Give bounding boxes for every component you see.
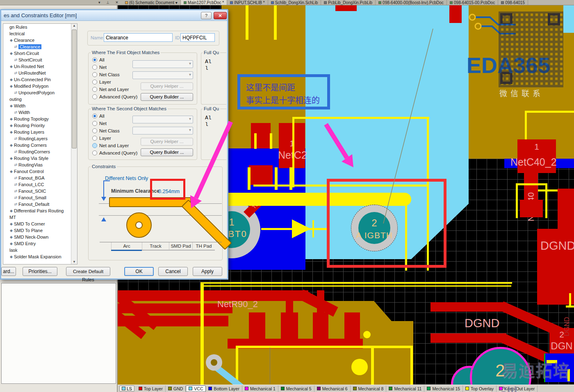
layer-tab-mechanical-5[interactable]: Mechanical 5 <box>278 385 314 392</box>
radio-icon[interactable] <box>92 150 97 155</box>
rule-id-input[interactable] <box>180 33 215 42</box>
tree-item-routinglayers[interactable]: ⇄RoutingLayers <box>3 135 72 142</box>
radio-icon[interactable] <box>92 128 97 133</box>
tree-item-fanout-default[interactable]: ⇄Fanout_Default <box>3 201 72 207</box>
tree-item-routing-via-style[interactable]: ◆Routing Via Style <box>3 155 72 162</box>
vcc-strip-topright[interactable] <box>563 5 574 33</box>
yellow-outline[interactable] <box>516 183 547 185</box>
first-match-dropdown-2[interactable] <box>132 71 193 79</box>
layer-tab-vcc[interactable]: VCC <box>186 385 206 392</box>
red-pad[interactable] <box>520 200 543 217</box>
yellow-outline[interactable] <box>525 111 527 139</box>
yellow-line[interactable] <box>274 5 277 40</box>
document-tab[interactable]: PcbLib_DongXin.PcbLib <box>321 0 376 5</box>
tree-item-gn-rules[interactable]: gn Rules <box>3 24 72 30</box>
red-pad[interactable] <box>249 165 273 185</box>
layer-tab-mechanical-1[interactable]: Mechanical 1 <box>242 385 278 392</box>
tree-item-mt[interactable]: MT <box>3 214 72 221</box>
red-trace[interactable] <box>449 5 462 23</box>
dgnd-trace[interactable] <box>430 333 506 343</box>
layer-tab-mechanical-11[interactable]: Mechanical 11 <box>386 385 424 392</box>
radio-icon[interactable] <box>92 94 97 99</box>
query-builder-button-1[interactable]: Query Builder ... <box>141 93 193 101</box>
rule-name-input[interactable] <box>104 33 173 42</box>
second-match-dropdown-1[interactable] <box>132 116 193 123</box>
tree-item-unroutednet[interactable]: ⇄UnRoutedNet <box>3 70 72 76</box>
query-helper-button-2[interactable]: Query Helper ... <box>141 138 193 146</box>
document-tab[interactable]: 098-64015 <box>498 0 528 5</box>
ok-button[interactable]: OK <box>124 267 154 276</box>
tree-item-un-routed-net[interactable]: ◆Un-Routed Net <box>3 63 72 70</box>
yellow-line[interactable] <box>270 133 272 149</box>
document-tab[interactable]: Main1207.PcbDoc * <box>181 0 227 5</box>
tree-item-smd-neck-down[interactable]: ◆SMD Neck-Down <box>3 234 72 240</box>
dgnd-trace[interactable] <box>430 302 506 312</box>
tree-item-smd-to-corner[interactable]: ◆SMD To Corner <box>3 221 72 227</box>
yellow-arrow-bar[interactable] <box>312 220 314 237</box>
tree-item-unpouredpolygon[interactable]: ⇄UnpouredPolygon <box>3 89 72 96</box>
tree-item-fanout-bga[interactable]: ⇄Fanout_BGA <box>3 175 72 181</box>
layer-tab-top-layer[interactable]: Top Layer <box>136 385 166 392</box>
document-tab[interactable]: Schlib_DongXin.SchLib <box>268 0 321 5</box>
second-match-dropdown-2[interactable] <box>132 127 193 134</box>
radio-icon[interactable] <box>92 121 97 126</box>
tree-item-shortcircuit[interactable]: ⇄ShortCircuit <box>3 57 72 63</box>
cancel-button[interactable]: Cancel <box>158 267 188 276</box>
tree-item-solder-mask-expansion[interactable]: ◆Solder Mask Expansion <box>3 253 72 260</box>
radio-icon[interactable] <box>92 72 97 77</box>
yellow-outline[interactable] <box>292 117 429 119</box>
panel-control-icons[interactable]: ▾ ⊥ ✕ <box>98 0 121 5</box>
tree-item-width[interactable]: ⇄Width <box>3 109 72 116</box>
tree-scrollbar[interactable]: ▲▼ <box>71 24 77 264</box>
dialog-title[interactable]: es and Constraints Editor [mm] <box>1 10 227 21</box>
radio-icon[interactable] <box>92 143 97 148</box>
layer-tab-mechanical-8[interactable]: Mechanical 8 <box>351 385 387 392</box>
layer-tab-gnd[interactable]: GND <box>166 385 186 392</box>
tree-item-fanout-soic[interactable]: ⇄Fanout_SOIC <box>3 188 72 194</box>
radio-icon[interactable] <box>92 114 97 119</box>
layer-tab-bottom-layer[interactable]: Bottom Layer <box>206 385 242 392</box>
yellow-outline[interactable] <box>525 111 574 113</box>
object-tab-smd-pad[interactable]: SMD Pad <box>169 242 192 250</box>
yellow-outline[interactable] <box>569 293 571 306</box>
tree-item-differential-pairs-routing[interactable]: ◆Differential Pairs Routing <box>3 207 72 214</box>
tree-item-lectrical[interactable]: lectrical <box>3 30 72 37</box>
radio-icon[interactable] <box>92 65 97 70</box>
document-tab[interactable]: 098-64000-00(Boost-Inv).PcbDoc <box>376 0 447 5</box>
tree-item-clearance[interactable]: ⇄Clearance <box>3 43 72 50</box>
apply-button[interactable]: Apply <box>193 267 222 276</box>
rule-wizard-button[interactable]: ard... <box>1 267 16 276</box>
query-helper-button-1[interactable]: Query Helper ... <box>141 82 193 90</box>
smd-pad[interactable] <box>281 312 298 340</box>
red-trace[interactable] <box>335 5 357 11</box>
yellow-outline[interactable] <box>200 282 512 284</box>
layer-tab-mechanical-15[interactable]: Mechanical 15 <box>424 385 463 392</box>
tree-item-smd-entry[interactable]: ◆SMD Entry <box>3 240 72 247</box>
document-tab[interactable]: 098-64015-00.PcbDoc <box>447 0 498 5</box>
netr90-trace[interactable] <box>118 290 308 301</box>
tree-item-routing-layers[interactable]: ◆Routing Layers <box>3 129 72 135</box>
close-button[interactable]: ✕ <box>214 12 227 19</box>
yellow-outline[interactable] <box>516 183 518 218</box>
radio-icon[interactable] <box>92 80 97 84</box>
help-button[interactable]: ? <box>201 12 212 19</box>
tree-item-routingvias[interactable]: ⇄RoutingVias <box>3 162 72 168</box>
yellow-outline[interactable] <box>545 183 547 218</box>
create-default-rules-button[interactable]: Create Default Rules <box>66 267 110 276</box>
tree-item-outing[interactable]: outing <box>3 96 72 103</box>
tree-item-clearance[interactable]: ◆Clearance <box>3 37 72 43</box>
yellow-line[interactable] <box>246 5 248 40</box>
query-builder-button-2[interactable]: Query Builder ... <box>141 148 193 156</box>
smd-pad[interactable] <box>344 312 360 340</box>
layer-tab-top-overlay[interactable]: Top Overlay <box>463 385 497 392</box>
document-tab[interactable]: (6) Schematic Document ▾ <box>122 0 181 5</box>
radio-icon[interactable] <box>92 136 97 141</box>
object-tab-th-pad[interactable]: TH Pad <box>192 242 215 250</box>
dgnd-copper[interactable] <box>558 189 574 230</box>
yellow-line[interactable] <box>254 133 257 149</box>
object-tab-arc[interactable]: Arc <box>111 242 142 250</box>
yellow-line[interactable] <box>371 348 374 385</box>
smd-pad[interactable] <box>313 312 328 340</box>
yellow-dot-large[interactable] <box>351 359 368 375</box>
scrollbar-thumb[interactable] <box>72 30 77 148</box>
